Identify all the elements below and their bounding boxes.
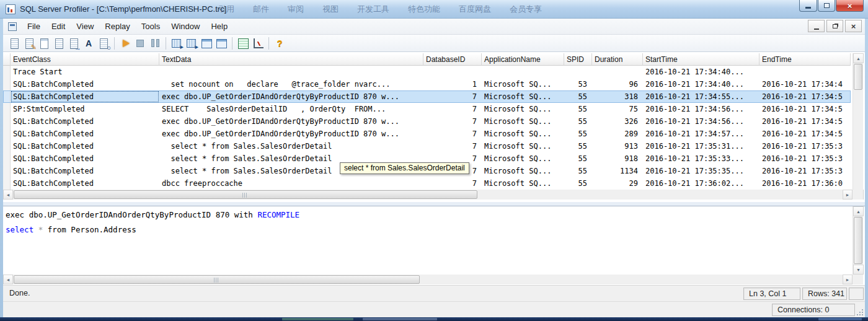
- row-gutter: [3, 165, 11, 177]
- find-icon[interactable]: A: [82, 37, 95, 50]
- open-trace-icon[interactable]: [37, 37, 51, 50]
- row-gutter: [3, 115, 11, 128]
- cell-start: 2016-10-21 17:35:31...: [643, 140, 760, 152]
- scroll-right-icon[interactable]: ►: [843, 190, 852, 200]
- row-gutter: [3, 78, 11, 90]
- cell-event: SQL:BatchCompleted: [11, 128, 159, 140]
- menu-item-file[interactable]: File: [22, 19, 46, 35]
- pause-trace-icon[interactable]: [148, 37, 162, 50]
- cell-start: 2016-10-21 17:35:35...: [643, 165, 760, 177]
- toolbar: A?: [3, 35, 865, 52]
- scroll-down-icon[interactable]: ▼: [853, 265, 864, 275]
- cell-spid: 55: [564, 177, 592, 190]
- help-icon[interactable]: ?: [273, 37, 286, 50]
- cell-end: 2016-10-21 17:36:0: [760, 177, 851, 190]
- column-header-duration[interactable]: Duration: [592, 53, 643, 66]
- trace-row[interactable]: Trace Start2016-10-21 17:34:40...: [3, 66, 851, 78]
- row-gutter: [3, 177, 11, 190]
- maximize-button[interactable]: [818, 0, 835, 12]
- export-trace-icon[interactable]: [67, 37, 81, 50]
- status-bar: Done. Ln 3, Col 1 Rows: 341: [3, 285, 865, 301]
- mdi-restore-button[interactable]: [826, 20, 843, 32]
- scroll-left-icon[interactable]: ◄: [3, 190, 13, 200]
- replay-run-to-cursor-icon[interactable]: [185, 37, 198, 50]
- scroll-thumb[interactable]: [14, 190, 477, 199]
- menu-item-window[interactable]: Window: [166, 19, 205, 35]
- cell-start: 2016-10-21 17:34:55...: [643, 90, 760, 103]
- trace-row[interactable]: SQL:BatchCompletedexec dbo.UP_GetOrderID…: [3, 90, 851, 103]
- column-header-event[interactable]: EventClass: [11, 53, 159, 66]
- trace-properties-icon[interactable]: [22, 37, 36, 50]
- mdi-minimize-button[interactable]: [808, 20, 825, 32]
- scroll-up-icon[interactable]: ▲: [853, 53, 864, 63]
- header-gutter: [3, 53, 11, 66]
- scroll-thumb[interactable]: [854, 64, 862, 90]
- scroll-left-icon[interactable]: ◄: [3, 275, 13, 284]
- mdi-close-button[interactable]: ×: [845, 20, 862, 32]
- trace-grid: EventClassTextDataDatabaseIDApplicationN…: [3, 52, 865, 202]
- replay-step-icon[interactable]: [170, 37, 184, 50]
- sql-statement: exec dbo.UP_GetOrderIDAndOrderQtyByProdu…: [6, 208, 850, 222]
- trace-row[interactable]: SQL:BatchCompleted select * from Sales.S…: [3, 140, 851, 152]
- toggle-breakpoint-icon[interactable]: [200, 37, 213, 50]
- scroll-thumb[interactable]: [14, 275, 420, 284]
- trace-row[interactable]: SQL:BatchCompletedexec dbo.UP_GetOrderID…: [3, 128, 851, 140]
- scroll-right-icon[interactable]: ►: [843, 275, 852, 284]
- column-header-start[interactable]: StartTime: [643, 53, 760, 66]
- grid-horizontal-scrollbar[interactable]: ◄ ►: [3, 190, 852, 200]
- details-horizontal-scrollbar[interactable]: ◄ ►: [3, 275, 852, 284]
- trace-row[interactable]: SQL:BatchCompleteddbcc freeproccache7Mic…: [3, 177, 851, 190]
- menu-item-replay[interactable]: Replay: [99, 19, 135, 35]
- trace-document-icon[interactable]: [8, 22, 17, 31]
- cell-dbid: 7: [423, 103, 482, 115]
- cell-end: 2016-10-21 17:34:5: [760, 90, 851, 103]
- menu-item-view[interactable]: View: [71, 19, 99, 35]
- cell-duration: 289: [592, 128, 643, 140]
- minimize-button[interactable]: [799, 0, 817, 12]
- cell-text: exec dbo.UP_GetOrderIDAndOrderQtyByProdu…: [159, 115, 423, 128]
- cell-event: SQL:BatchCompleted: [11, 90, 159, 103]
- cell-end: 2016-10-21 17:35:3: [760, 152, 851, 165]
- taskbar-item: [282, 318, 353, 320]
- window-layout-icon[interactable]: [215, 37, 228, 50]
- sql-details-pane[interactable]: exec dbo.UP_GetOrderIDAndOrderQtyByProdu…: [3, 206, 865, 285]
- start-trace-icon[interactable]: [118, 37, 132, 50]
- trace-row[interactable]: SQL:BatchCompleted set nocount on declar…: [3, 78, 851, 90]
- cell-end: 2016-10-21 17:34:4: [760, 78, 851, 90]
- title-bar[interactable]: SQL Server Profiler - [C:\Temp\perfmon\C…: [0, 0, 868, 19]
- new-trace-icon[interactable]: [7, 37, 21, 50]
- menu-item-tools[interactable]: Tools: [136, 19, 166, 35]
- status-message: Done.: [9, 289, 30, 297]
- menu-items: FileEditViewReplayToolsWindowHelp: [22, 19, 233, 35]
- column-header-dbid[interactable]: DatabaseID: [423, 53, 482, 66]
- performance-counters-icon[interactable]: [251, 37, 265, 50]
- trace-row[interactable]: SP:StmtCompletedSELECT SalesOrderDetailI…: [3, 103, 851, 115]
- details-vertical-scrollbar[interactable]: ▲ ▼: [852, 206, 863, 275]
- resize-grip[interactable]: [855, 307, 864, 317]
- menu-item-help[interactable]: Help: [205, 19, 233, 35]
- stop-trace-icon[interactable]: [133, 37, 147, 50]
- grid-vertical-scrollbar[interactable]: ▲ ▼: [852, 53, 863, 200]
- column-header-spid[interactable]: SPID: [564, 53, 592, 66]
- cell-dbid: 1: [423, 78, 482, 90]
- column-header-text[interactable]: TextData: [159, 53, 423, 66]
- toolbar-separator: [232, 37, 232, 50]
- cell-dbid: 7: [423, 90, 482, 103]
- scroll-up-icon[interactable]: ▲: [853, 206, 864, 216]
- column-header-end[interactable]: EndTime: [760, 53, 851, 66]
- column-header-app[interactable]: ApplicationName: [482, 53, 564, 66]
- extract-event-data-icon[interactable]: [236, 37, 250, 50]
- row-count-indicator: Rows: 341: [802, 288, 847, 300]
- cell-app: Microsoft SQ...: [482, 177, 564, 190]
- cell-app: Microsoft SQ...: [482, 140, 564, 152]
- trace-row[interactable]: SQL:BatchCompletedexec dbo.UP_GetOrderID…: [3, 115, 851, 128]
- cell-event: Trace Start: [11, 66, 159, 78]
- scroll-thumb[interactable]: [854, 217, 862, 264]
- taskbar-item: [818, 318, 862, 320]
- background-tab: 开发工具: [357, 4, 389, 15]
- close-button[interactable]: ×: [836, 0, 864, 12]
- save-trace-icon[interactable]: [52, 37, 66, 50]
- window-title: SQL Server Profiler - [C:\Temp\perfmon\C…: [20, 0, 226, 19]
- menu-item-edit[interactable]: Edit: [46, 19, 71, 35]
- search-events-icon[interactable]: [97, 37, 110, 50]
